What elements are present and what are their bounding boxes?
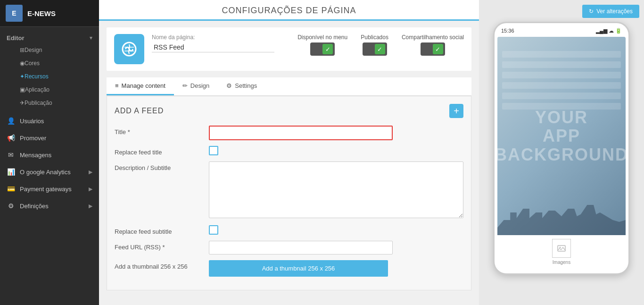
feed-url-label: Feed URL (RSS) *	[115, 241, 209, 251]
page-icon	[114, 34, 144, 64]
form-row-replace-title: Replace feed title	[115, 146, 463, 156]
sidebar-item-definicoes[interactable]: ⚙ Definições ▶	[0, 197, 99, 214]
description-subtitle-label: Description / Subtitle	[115, 161, 209, 171]
bg-grid-line	[502, 82, 621, 89]
page-name-label: Nome da página:	[152, 34, 290, 41]
thumbnail-control: Add a thumbnail 256 x 256	[209, 260, 463, 277]
form-row-title: Title *	[115, 126, 463, 140]
bg-grid-line	[502, 93, 621, 99]
bg-grid-line	[502, 103, 621, 110]
thumbnail-label: Add a thumbnail 256 x 256	[115, 260, 209, 270]
ver-alteracoes-button[interactable]: ↻ Ver alterações	[582, 5, 639, 18]
page-name-input[interactable]	[152, 42, 274, 52]
sidebar-item-cores[interactable]: ◉ Cores	[0, 57, 99, 70]
bg-grid-line	[502, 72, 621, 78]
social-share-label: Compartilhamento social	[402, 34, 464, 41]
sidebar-item-aplicacao[interactable]: ▣ Aplicação	[0, 83, 99, 96]
replace-feed-subtitle-control	[209, 225, 463, 235]
svg-point-4	[560, 247, 561, 248]
bg-grid-line	[502, 61, 621, 68]
description-subtitle-textarea[interactable]	[209, 161, 463, 218]
page-title: CONFIGURAÇÕES DE PÁGINA	[99, 0, 479, 21]
replace-feed-subtitle-label: Replace feed subtitle	[115, 225, 209, 235]
sidebar-item-mensagens[interactable]: ✉ Mensagens	[0, 146, 99, 163]
published-toggle[interactable]: ✓	[363, 42, 387, 56]
social-share-check-icon: ✓	[433, 44, 443, 54]
sidebar-editor-header: Editor ▾	[0, 30, 99, 43]
sidebar-item-usuarios[interactable]: 👤 Usuários	[0, 112, 99, 129]
app-logo-icon: E	[6, 5, 23, 22]
replace-feed-subtitle-checkbox[interactable]	[209, 225, 218, 235]
tab-manage-content[interactable]: ≡ Manage content	[107, 77, 174, 95]
phone-mockup: 15:36 ▂▄▆ ☁ 🔋 YOUR APP BACKGROUND	[493, 22, 630, 275]
form-section-title: ADD A FEED	[115, 107, 164, 115]
form-card: ADD A FEED + Title * Replace feed title	[107, 96, 471, 290]
analytics-icon: 📊	[7, 168, 15, 176]
title-input[interactable]	[209, 126, 393, 140]
sidebar-item-google-analytics[interactable]: 📊 O google Analytics ▶	[0, 163, 99, 180]
phone-image-label: Imagens	[553, 260, 570, 265]
sidebar-item-payment-gateways[interactable]: 💳 Payment gateways ▶	[0, 180, 99, 197]
city-silhouette-icon	[497, 197, 626, 235]
preview-top-bar: ↻ Ver alterações	[484, 5, 639, 18]
phone-app-bg: YOUR APP BACKGROUND	[497, 37, 626, 235]
mensagens-icon: ✉	[7, 151, 15, 159]
available-menu-toggle[interactable]: ✓	[310, 42, 335, 56]
published-check-icon: ✓	[375, 44, 385, 54]
form-row-thumbnail: Add a thumbnail 256 x 256 Add a thumbnai…	[115, 260, 463, 277]
phone-time: 15:36	[501, 28, 514, 34]
definicoes-chevron-icon: ▶	[89, 203, 92, 209]
phone-screen: YOUR APP BACKGROUND Imagens	[497, 37, 626, 269]
svg-rect-3	[558, 246, 565, 251]
publicacao-icon: ✈	[20, 100, 25, 106]
available-menu-check-icon: ✓	[322, 44, 333, 54]
form-row-description: Description / Subtitle	[115, 161, 463, 220]
toggle-social-share: Compartilhamento social ✓	[402, 34, 464, 56]
thumbnail-button[interactable]: Add a thumbnail 256 x 256	[209, 260, 388, 277]
sidebar-logo: E E-NEWS	[0, 0, 99, 27]
recursos-icon: ✦	[20, 73, 25, 80]
sidebar-item-publicacao[interactable]: ✈ Publicação	[0, 96, 99, 110]
bg-grid-lines	[502, 51, 621, 110]
toggle-published: Publicados ✓	[361, 34, 388, 56]
promover-icon: 📢	[7, 134, 15, 142]
title-field-control	[209, 126, 463, 140]
phone-bottom-area: Imagens	[497, 235, 626, 269]
replace-feed-title-control	[209, 146, 463, 155]
design-icon: ⊞	[20, 47, 25, 53]
form-card-header: ADD A FEED +	[115, 104, 463, 118]
published-label: Publicados	[361, 34, 388, 41]
page-header-card: Nome da página: Disponível no menu ✓ Pub…	[107, 27, 471, 71]
analytics-chevron-icon: ▶	[89, 169, 92, 175]
bg-grid-line	[502, 51, 621, 58]
available-menu-label: Disponível no menu	[297, 34, 347, 41]
feed-url-input[interactable]	[209, 241, 393, 254]
cores-icon: ◉	[20, 60, 25, 67]
sidebar-item-recursos[interactable]: ✦ Recursos	[0, 70, 99, 83]
sidebar-editor-section: Editor ▾ ⊞ Design ◉ Cores ✦ Recursos ▣ A…	[0, 27, 99, 112]
tab-design[interactable]: ✏ Design	[174, 77, 218, 95]
tabs-bar: ≡ Manage content ✏ Design ⚙ Settings	[107, 77, 471, 96]
description-subtitle-control	[209, 161, 463, 220]
replace-feed-title-checkbox[interactable]	[209, 146, 218, 155]
sidebar-item-design[interactable]: ⊞ Design	[0, 43, 99, 57]
social-share-toggle[interactable]: ✓	[421, 42, 445, 56]
content-area: Nome da página: Disponível no menu ✓ Pub…	[99, 21, 479, 305]
phone-status-bar: 15:36 ▂▄▆ ☁ 🔋	[497, 28, 626, 37]
payment-chevron-icon: ▶	[89, 186, 92, 192]
preview-panel: ↻ Ver alterações 15:36 ▂▄▆ ☁ 🔋 YOUR	[479, 0, 644, 305]
aplicacao-icon: ▣	[20, 86, 25, 93]
bg-text: YOUR APP BACKGROUND	[497, 108, 626, 164]
sidebar-item-promover[interactable]: 📢 Promover	[0, 129, 99, 146]
replace-feed-title-label: Replace feed title	[115, 146, 209, 156]
add-feed-button[interactable]: +	[449, 104, 463, 118]
manage-content-icon: ≡	[115, 82, 119, 89]
title-label: Title *	[115, 126, 209, 136]
editor-chevron-icon: ▾	[90, 35, 92, 41]
feed-url-control	[209, 241, 463, 254]
sidebar: E E-NEWS Editor ▾ ⊞ Design ◉ Cores ✦ Rec…	[0, 0, 99, 305]
page-toggles: Disponível no menu ✓ Publicados ✓ Compar…	[297, 34, 464, 56]
tab-settings[interactable]: ⚙ Settings	[218, 77, 265, 95]
toggle-available-menu: Disponível no menu ✓	[297, 34, 347, 56]
phone-image-placeholder	[552, 239, 571, 258]
